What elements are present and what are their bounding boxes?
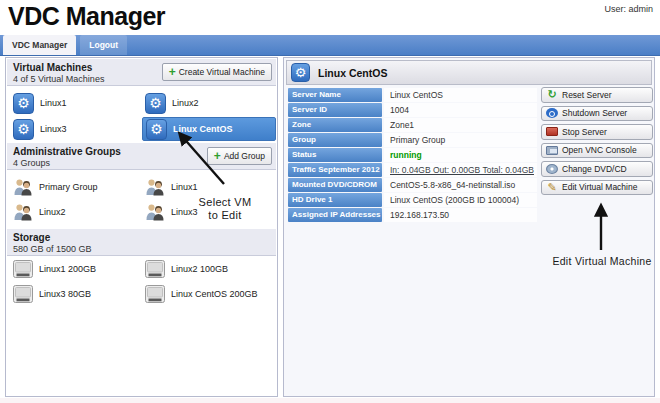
detail-value: Primary Group [384,133,537,147]
detail-label: Server ID [288,103,382,117]
stop-server-button[interactable]: Stop Server [541,124,653,140]
groups-count: 4 Groups [13,158,50,168]
create-virtual-machine-button[interactable]: + Create Virtual Machine [162,63,272,81]
add-group-button[interactable]: + Add Group [207,147,272,165]
app-title: VDC Manager [8,2,165,31]
users-icon [145,178,165,196]
gear-icon [13,93,34,114]
detail-row: Mounted DVD/CDROM CentOS-5.8-x86_64-neti… [288,178,537,192]
detail-label: Assigned IP Addresses [288,208,382,222]
selected-vm-header: Linux CentOS [286,60,652,85]
storage-label: Linux1 200GB [39,264,96,274]
vm-actions: Reset Server Shutdown Server Stop Server… [541,87,653,195]
storage-section-header: Storage 580 GB of 1500 GB [7,229,276,256]
vm-list: Linux1 Linux2 Linux3 Linux CentOS [10,91,276,141]
users-icon [13,178,33,196]
group-label: Linux1 [171,182,198,192]
reset-server-button[interactable]: Reset Server [541,87,653,103]
storage-item-linux3[interactable]: Linux3 80GB [10,282,142,305]
action-label: Reset Server [562,90,612,100]
detail-label: Server Name [288,88,382,102]
right-panel: Linux CentOS Server Name Linux CentOS Se… [283,57,655,397]
group-item-primary-group[interactable]: Primary Group [10,175,142,198]
detail-value: Linux CentOS [384,88,537,102]
tab-vdc-manager[interactable]: VDC Manager [3,35,76,55]
add-group-label: Add Group [224,151,265,161]
storage-list: Linux1 200GB Linux2 100GB Linux3 80GB [10,257,276,305]
detail-label: HD Drive 1 [288,193,382,207]
hard-drive-icon [145,260,165,278]
virtual-machines-title: Virtual Machines [13,62,92,73]
vm-item-linux3[interactable]: Linux3 [10,117,142,141]
vm-label: Linux2 [172,98,199,108]
vm-label: Linux1 [40,98,67,108]
detail-row: Server ID 1004 [288,103,537,117]
detail-row: HD Drive 1 Linux CentOS (200GB ID 100004… [288,193,537,207]
stop-icon [546,127,558,136]
shutdown-server-button[interactable]: Shutdown Server [541,106,653,122]
detail-row: Traffic September 2012 In: 0.04GB Out: 0… [288,163,537,177]
storage-item-linux2[interactable]: Linux2 100GB [142,257,276,280]
storage-title: Storage [13,232,50,243]
gear-icon [145,93,166,114]
edit-icon [546,181,558,194]
plus-icon: + [214,151,221,161]
virtual-machines-count: 4 of 5 Virtual Machines [13,74,104,84]
action-label: Stop Server [562,127,607,137]
edit-virtual-machine-button[interactable]: Edit Virtual Machine [541,180,653,196]
vm-item-linux2[interactable]: Linux2 [142,91,276,115]
storage-item-linux1[interactable]: Linux1 200GB [10,257,142,280]
vm-label: Linux3 [40,124,67,134]
users-icon [145,203,165,221]
action-label: Shutdown Server [562,108,627,118]
app-header: VDC Manager User: admin [0,0,660,34]
detail-value: Zone1 [384,118,537,132]
page-bottom-strip [0,398,660,403]
detail-row: Group Primary Group [288,133,537,147]
vm-details-table: Server Name Linux CentOS Server ID 1004 … [288,88,537,223]
dvd-icon [546,164,558,174]
detail-label: Zone [288,118,382,132]
selected-vm-title: Linux CentOS [318,67,387,79]
detail-value: 192.168.173.50 [384,208,537,222]
hard-drive-icon [13,285,33,303]
action-label: Edit Virtual Machine [562,182,637,192]
shutdown-icon [546,108,558,118]
group-item-linux2[interactable]: Linux2 [10,200,142,223]
detail-row: Assigned IP Addresses 192.168.173.50 [288,208,537,222]
change-dvd-button[interactable]: Change DVD/CD [541,161,653,177]
hard-drive-icon [145,285,165,303]
storage-usage: 580 GB of 1500 GB [13,244,92,254]
group-label: Primary Group [39,182,98,192]
storage-label: Linux2 100GB [171,264,228,274]
group-item-linux1[interactable]: Linux1 [142,175,276,198]
tab-logout[interactable]: Logout [80,35,127,55]
left-panel: Virtual Machines 4 of 5 Virtual Machines… [5,57,278,397]
detail-row: Status running [288,148,537,162]
reset-icon [546,88,558,101]
detail-row: Server Name Linux CentOS [288,88,537,102]
gear-icon [146,119,167,140]
detail-value: CentOS-5.8-x86_64-netinstall.iso [384,178,537,192]
group-label: Linux2 [39,207,66,217]
storage-label: Linux CentOS 200GB [171,289,258,299]
detail-value[interactable]: In: 0.04GB Out: 0.00GB Total: 0.04GB [384,163,537,177]
administrative-groups-title: Administrative Groups [13,146,121,157]
virtual-machines-section-header: Virtual Machines 4 of 5 Virtual Machines… [7,59,276,86]
gear-icon [13,119,34,140]
vnc-icon [546,146,558,155]
detail-value: 1004 [384,103,537,117]
open-vnc-console-button[interactable]: Open VNC Console [541,143,653,159]
detail-label: Traffic September 2012 [288,163,382,177]
edit-vm-annotation: Edit Virtual Machine [550,255,654,267]
storage-item-linux-centos[interactable]: Linux CentOS 200GB [142,282,276,305]
detail-value: running [384,148,537,162]
select-vm-annotation-line1: Select VM [188,196,262,209]
detail-value: Linux CentOS (200GB ID 100004) [384,193,537,207]
plus-icon: + [169,67,176,77]
storage-label: Linux3 80GB [39,289,91,299]
vm-item-linux-centos[interactable]: Linux CentOS [142,117,276,141]
vm-item-linux1[interactable]: Linux1 [10,91,142,115]
create-virtual-machine-label: Create Virtual Machine [179,67,265,77]
users-icon [13,203,33,221]
